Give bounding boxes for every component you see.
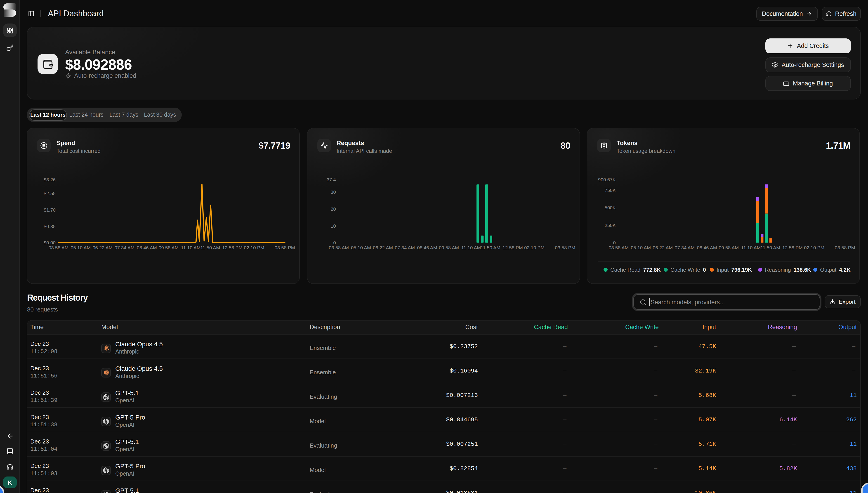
svg-text:08:46 AM: 08:46 AM xyxy=(417,245,437,250)
svg-text:11:10 AM: 11:10 AM xyxy=(461,245,481,250)
svg-text:20: 20 xyxy=(330,207,336,212)
svg-text:02:10 PM: 02:10 PM xyxy=(524,245,544,250)
svg-text:12:58 PM: 12:58 PM xyxy=(222,245,242,250)
svg-text:11:50 AM: 11:50 AM xyxy=(200,245,220,250)
svg-text:0: 0 xyxy=(333,240,336,245)
svg-text:07:34 AM: 07:34 AM xyxy=(115,245,135,250)
svg-text:03:58 PM: 03:58 PM xyxy=(835,245,855,250)
svg-text:06:22 AM: 06:22 AM xyxy=(653,245,673,250)
svg-text:05:10 AM: 05:10 AM xyxy=(71,245,91,250)
svg-text:$0.85: $0.85 xyxy=(44,224,56,229)
svg-text:$0.00: $0.00 xyxy=(44,240,56,245)
svg-text:08:46 AM: 08:46 AM xyxy=(697,245,717,250)
svg-text:11:10 AM: 11:10 AM xyxy=(181,245,200,250)
svg-text:900.67K: 900.67K xyxy=(598,177,616,182)
svg-text:12:58 PM: 12:58 PM xyxy=(782,245,803,250)
svg-text:08:46 AM: 08:46 AM xyxy=(137,245,157,250)
svg-text:500K: 500K xyxy=(605,205,616,210)
svg-text:11:50 AM: 11:50 AM xyxy=(760,245,780,250)
svg-text:$3.26: $3.26 xyxy=(44,177,56,182)
svg-text:30: 30 xyxy=(330,189,336,195)
svg-text:11:10 AM: 11:10 AM xyxy=(741,245,761,250)
svg-text:$2.55: $2.55 xyxy=(44,191,56,196)
svg-text:06:22 AM: 06:22 AM xyxy=(93,245,113,250)
svg-text:03:58 AM: 03:58 AM xyxy=(609,245,629,250)
svg-text:03:58 PM: 03:58 PM xyxy=(555,245,575,250)
svg-text:11:50 AM: 11:50 AM xyxy=(480,245,500,250)
svg-text:250K: 250K xyxy=(605,223,616,228)
svg-text:02:10 PM: 02:10 PM xyxy=(244,245,264,250)
svg-text:09:58 AM: 09:58 AM xyxy=(159,245,179,250)
svg-text:06:22 AM: 06:22 AM xyxy=(373,245,393,250)
svg-text:05:10 AM: 05:10 AM xyxy=(631,245,651,250)
svg-text:02:10 PM: 02:10 PM xyxy=(804,245,824,250)
svg-text:09:58 AM: 09:58 AM xyxy=(719,245,739,250)
svg-text:07:34 AM: 07:34 AM xyxy=(395,245,415,250)
svg-text:03:58 AM: 03:58 AM xyxy=(49,245,69,250)
svg-text:37.4: 37.4 xyxy=(326,177,336,182)
svg-text:03:58 PM: 03:58 PM xyxy=(275,245,295,250)
svg-text:12:58 PM: 12:58 PM xyxy=(502,245,523,250)
svg-text:10: 10 xyxy=(330,223,336,229)
svg-text:09:58 AM: 09:58 AM xyxy=(439,245,459,250)
svg-text:0: 0 xyxy=(613,240,616,245)
svg-text:07:34 AM: 07:34 AM xyxy=(675,245,695,250)
svg-text:03:58 AM: 03:58 AM xyxy=(329,245,349,250)
svg-text:$1.70: $1.70 xyxy=(44,207,56,213)
svg-text:750K: 750K xyxy=(605,188,616,193)
svg-text:05:10 AM: 05:10 AM xyxy=(351,245,371,250)
